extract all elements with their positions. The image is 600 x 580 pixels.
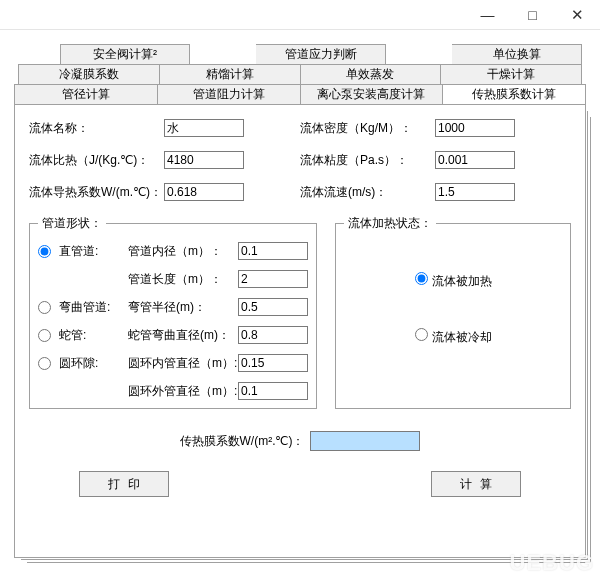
group-heat-state: 流体加热状态： 流体被加热 流体被冷却 [335,215,571,409]
label-fluid-density: 流体密度（Kg/M）： [300,120,435,137]
input-fluid-vel[interactable] [435,183,515,201]
label-fluid-cp: 流体比热（J/(Kg.℃)： [29,152,164,169]
legend-heat-state: 流体加热状态： [344,215,436,232]
app-body: 安全阀计算² 管道应力判断 单位换算 冷凝膜系数 精馏计算 单效蒸发 干燥计算 … [0,30,600,570]
titlebar: — □ ✕ [0,0,600,30]
input-fluid-density[interactable] [435,119,515,137]
tab-drying[interactable]: 干燥计算 [441,64,582,84]
maximize-button[interactable]: □ [510,0,555,29]
label-fluid-vel: 流体流速(m/s)： [300,184,435,201]
radio-coil[interactable]: 蛇管: [38,327,128,344]
label-inner-d: 管道内径（m）： [128,243,238,260]
group-pipe-shape: 管道形状： 直管道: 管道内径（m）： 管道长度（m）： 弯曲管道: 弯管半径(… [29,215,317,409]
minimize-button[interactable]: — [465,0,510,29]
label-fluid-k: 流体导热系数W/(m.℃)： [29,184,164,201]
label-pipe-len: 管道长度（m）： [128,271,238,288]
legend-pipe-shape: 管道形状： [38,215,106,232]
tab-panel: 流体名称： 流体密度（Kg/M）： 流体比热（J/(Kg.℃)： 流体粘度（Pa… [14,104,586,558]
tab-unit-convert[interactable]: 单位换算 [452,44,582,64]
label-ann-out: 圆环外管直径（m）: [128,383,238,400]
input-result[interactable] [310,431,420,451]
label-fluid-visc: 流体粘度（Pa.s）： [300,152,435,169]
radio-heated[interactable]: 流体被加热 [415,272,492,290]
input-fluid-cp[interactable] [164,151,244,169]
tab-heat-film-coeff[interactable]: 传热膜系数计算 [443,84,586,104]
radio-straight[interactable]: 直管道: [38,243,128,260]
tab-control: 安全阀计算² 管道应力判断 单位换算 冷凝膜系数 精馏计算 单效蒸发 干燥计算 … [14,44,586,558]
tab-evaporation[interactable]: 单效蒸发 [301,64,442,84]
calc-button[interactable]: 计算 [431,471,521,497]
label-bend-r: 弯管半径(m)： [128,299,238,316]
tab-pipe-diameter[interactable]: 管径计算 [14,84,158,104]
radio-cooled[interactable]: 流体被冷却 [415,328,492,346]
tab-distillation[interactable]: 精馏计算 [160,64,301,84]
radio-annulus[interactable]: 圆环隙: [38,355,128,372]
tab-pump-height[interactable]: 离心泵安装高度计算 [301,84,444,104]
label-ann-in: 圆环内管直径（m）: [128,355,238,372]
input-pipe-len[interactable] [238,270,308,288]
input-fluid-name[interactable] [164,119,244,137]
radio-bend[interactable]: 弯曲管道: [38,299,128,316]
input-inner-d[interactable] [238,242,308,260]
label-result: 传热膜系数W/(m².℃)： [180,433,305,450]
label-fluid-name: 流体名称： [29,120,164,137]
input-bend-r[interactable] [238,298,308,316]
input-coil-d[interactable] [238,326,308,344]
input-ann-out[interactable] [238,382,308,400]
tab-pipe-stress[interactable]: 管道应力判断 [256,44,386,64]
tab-pipe-resist[interactable]: 管道阻力计算 [158,84,301,104]
input-fluid-k[interactable] [164,183,244,201]
label-coil-d: 蛇管弯曲直径(m)： [128,327,238,344]
input-fluid-visc[interactable] [435,151,515,169]
tab-safety-valve[interactable]: 安全阀计算² [60,44,190,64]
input-ann-in[interactable] [238,354,308,372]
close-button[interactable]: ✕ [555,0,600,29]
tab-condense-coeff[interactable]: 冷凝膜系数 [18,64,160,84]
print-button[interactable]: 打印 [79,471,169,497]
